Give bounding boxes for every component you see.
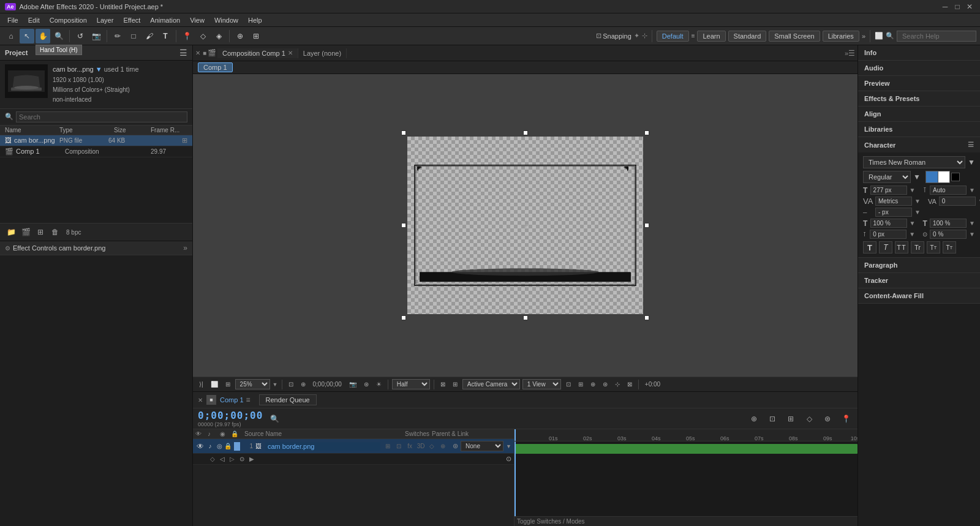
handle-ml[interactable] bbox=[401, 223, 406, 228]
sublayer-stopwatch-icon[interactable]: ⊙ bbox=[239, 456, 249, 462]
viewer-transparency-button[interactable]: ⊠ bbox=[438, 380, 448, 388]
handle-tl[interactable] bbox=[401, 130, 406, 135]
timeline-comp-tab[interactable]: Comp 1 ≡ bbox=[220, 396, 251, 404]
tl-expressions-icon[interactable]: ⊛ bbox=[821, 412, 834, 426]
text-tool-button[interactable]: T bbox=[158, 29, 173, 43]
layer-1-solo-icon[interactable]: ◎ bbox=[215, 443, 224, 449]
handle-mb[interactable] bbox=[523, 315, 528, 320]
char-size-input[interactable] bbox=[870, 186, 907, 195]
section-libraries-header[interactable]: Libraries bbox=[858, 122, 980, 137]
handle-bl[interactable] bbox=[401, 315, 406, 320]
timeline-search-icon[interactable]: 🔍 bbox=[268, 412, 281, 426]
layer-1-switch-quality[interactable]: ⊡ bbox=[394, 442, 404, 451]
viewer-tab-comp1[interactable]: Composition Comp 1 ✕ bbox=[217, 48, 298, 58]
section-audio-header[interactable]: Audio bbox=[858, 61, 980, 75]
sublayer-keyframe-icon[interactable]: ◇ bbox=[210, 456, 220, 462]
viewer-reset-button[interactable]: ⊕ bbox=[298, 380, 308, 388]
menu-layer[interactable]: Layer bbox=[92, 15, 119, 25]
layer-1-name[interactable]: cam border.png bbox=[265, 442, 380, 451]
layer-1-audio-icon[interactable]: ♪ bbox=[205, 443, 215, 449]
char-blur-input[interactable] bbox=[930, 230, 967, 239]
viewer-tab-layer[interactable]: Layer (none) bbox=[298, 48, 347, 58]
char-tsf-v-chevron[interactable]: ▼ bbox=[969, 220, 975, 227]
viewer-fit-button[interactable]: ⊡ bbox=[286, 380, 296, 388]
workspace-standard-button[interactable]: Standard bbox=[728, 31, 767, 42]
viewer-timecode[interactable]: 0;00;00;00 bbox=[311, 380, 344, 388]
track-tool-button[interactable]: ⊞ bbox=[249, 29, 263, 43]
layer-1-switch-collapse[interactable]: ⊞ bbox=[383, 442, 393, 451]
viewer-sec-tab-comp1[interactable]: Comp 1 bbox=[198, 62, 233, 72]
layer-1-switch-effect[interactable]: fx bbox=[405, 442, 415, 451]
viewer-play-reset-button[interactable]: ⟩| bbox=[197, 380, 206, 388]
char-tsf-h-chevron[interactable]: ▼ bbox=[910, 220, 916, 227]
viewer-grid-button[interactable]: ⊞ bbox=[223, 380, 233, 388]
maximize-button[interactable]: □ bbox=[952, 1, 963, 12]
sublayer-loop-icon[interactable]: ⊙ bbox=[506, 455, 511, 463]
playhead-marker[interactable] bbox=[514, 429, 516, 441]
handle-tr[interactable] bbox=[644, 130, 649, 135]
viewer-showsnapshot-button[interactable]: ⊛ bbox=[361, 380, 371, 388]
brush-tool-button[interactable]: 🖌 bbox=[142, 29, 157, 43]
menu-window[interactable]: Window bbox=[209, 15, 243, 25]
section-info-header[interactable]: Info bbox=[858, 45, 980, 60]
layer-1-switch-3d[interactable]: 3D bbox=[416, 442, 426, 451]
char-stroke-color-swatch[interactable] bbox=[938, 171, 950, 183]
menu-animation[interactable]: Animation bbox=[145, 15, 185, 25]
viewer-exposure-button[interactable]: ☀ bbox=[374, 380, 384, 388]
viewer-ruler-button[interactable]: ⊡ bbox=[564, 380, 573, 388]
section-tracker-header[interactable]: Tracker bbox=[858, 273, 980, 288]
char-T-regular-button[interactable]: T bbox=[863, 241, 876, 254]
viewer-content[interactable] bbox=[193, 74, 858, 377]
layer-1-switch-motion[interactable]: ◇ bbox=[427, 442, 437, 451]
viewer-panel-menu-icon[interactable]: ☰ bbox=[848, 49, 855, 58]
viewer-warp-button[interactable]: ⊠ bbox=[625, 380, 635, 388]
viewer-pixels-button[interactable]: ⊞ bbox=[450, 380, 460, 388]
timeline-playhead[interactable] bbox=[514, 441, 516, 516]
shape-tool-button[interactable]: □ bbox=[126, 29, 141, 43]
file-item-camborder[interactable]: 🖼 cam bor...png PNG file 64 KB ⊞ bbox=[0, 135, 192, 146]
viewer-time-offset-button[interactable]: +0:00 bbox=[643, 380, 663, 388]
section-character-header[interactable]: Character ☰ bbox=[858, 137, 980, 152]
viewer-view-select[interactable]: 1 View 2 Views 4 Views bbox=[522, 379, 561, 389]
roto-tool-button[interactable]: ⊕ bbox=[233, 29, 247, 43]
char-baseline-input[interactable] bbox=[875, 208, 912, 217]
layer-1-parent-select[interactable]: None bbox=[461, 441, 503, 451]
home-tool-button[interactable]: ⌂ bbox=[4, 29, 18, 43]
handle-mr[interactable] bbox=[644, 223, 649, 228]
sublayer-prev-key-icon[interactable]: ◁ bbox=[220, 456, 230, 462]
char-T-smallcaps-button[interactable]: Tr bbox=[911, 241, 924, 254]
viewer-resolution-select[interactable]: Full Half Third Quarter bbox=[392, 379, 430, 389]
char-auto-leading-input[interactable] bbox=[930, 186, 967, 195]
viewer-tab-close-icon[interactable]: ✕ bbox=[195, 50, 200, 56]
workspace-default-button[interactable]: Default bbox=[657, 31, 689, 42]
file-item-comp1[interactable]: 🎬 Comp 1 Composition 29.97 bbox=[0, 146, 192, 157]
section-character-menu-icon[interactable]: ☰ bbox=[968, 141, 974, 149]
char-T-super-button[interactable]: TT bbox=[927, 241, 940, 254]
titlebar-controls[interactable]: ─ □ ✕ bbox=[940, 1, 975, 12]
handle-mt[interactable] bbox=[523, 130, 528, 135]
select-tool-button[interactable]: ↖ bbox=[20, 29, 34, 43]
rotate-tool-button[interactable]: ↺ bbox=[73, 29, 88, 43]
timeline-close-button[interactable]: ✕ bbox=[198, 397, 203, 404]
viewer-motion-button[interactable]: ⊹ bbox=[612, 380, 622, 388]
char-size-chevron[interactable]: ▼ bbox=[910, 187, 916, 193]
tl-masks-icon[interactable]: ⊡ bbox=[766, 412, 779, 426]
layer-1-lock-icon[interactable]: 🔒 bbox=[224, 443, 232, 449]
pen-tool-button[interactable]: ✏ bbox=[110, 29, 125, 43]
workspace-libraries-button[interactable]: Libraries bbox=[823, 31, 859, 42]
char-shift-chevron[interactable]: ▼ bbox=[909, 231, 915, 238]
tl-effects-icon[interactable]: ⊞ bbox=[784, 412, 797, 426]
pin-tool-button[interactable]: 📍 bbox=[179, 29, 194, 43]
char-T-allcaps-button[interactable]: TT bbox=[895, 241, 908, 254]
viewer-zoom-select[interactable]: 6.25% 12.5% 25% 50% 100% bbox=[235, 379, 270, 389]
char-color-extra-swatch[interactable] bbox=[951, 173, 960, 181]
workspace-more-icon[interactable]: » bbox=[862, 32, 865, 40]
sublayer-expand-icon[interactable]: ▷ bbox=[230, 456, 239, 462]
search-help-input[interactable] bbox=[897, 31, 976, 42]
handle-br[interactable] bbox=[644, 315, 649, 320]
delete-button[interactable]: 🗑 bbox=[49, 226, 61, 238]
render-queue-button[interactable]: Render Queue bbox=[259, 394, 317, 405]
viewer-snapshot-button[interactable]: 📷 bbox=[347, 380, 359, 388]
timeline-comp-menu-icon[interactable]: ≡ bbox=[246, 396, 251, 404]
layer-1-visibility-icon[interactable]: 👁 bbox=[195, 442, 205, 451]
